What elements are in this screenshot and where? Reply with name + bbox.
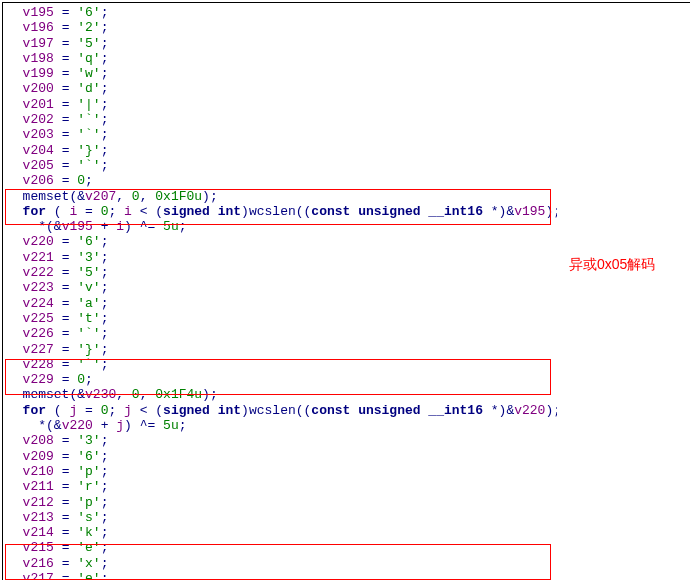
token-op: ; — [101, 540, 109, 555]
token-op: = — [54, 173, 77, 188]
token-op: = — [54, 250, 77, 265]
token-str: '5' — [77, 265, 100, 280]
token-str: 'v' — [77, 280, 100, 295]
token-op: ; — [101, 296, 109, 311]
code-lines: v195 = '6'; v196 = '2'; v197 = '5'; v198… — [7, 5, 553, 580]
token-op: , — [140, 189, 156, 204]
token-op: ) ^= — [124, 219, 163, 234]
code-line: v220 = '6'; — [7, 234, 553, 249]
token-op: ; — [101, 5, 109, 20]
token-op: ); ++ — [545, 204, 557, 219]
token-str: 'e' — [77, 571, 100, 580]
token-var: j — [116, 418, 124, 433]
token-op: *)& — [483, 204, 514, 219]
code-line: v198 = 'q'; — [7, 51, 553, 66]
code-line: v213 = 's'; — [7, 510, 553, 525]
token-var: v209 — [23, 449, 54, 464]
code-line: v217 = 'e'; — [7, 571, 553, 580]
code-line: for ( i = 0; i < (signed int)wcslen((con… — [7, 204, 553, 219]
token-op: = — [54, 143, 77, 158]
token-var: v206 — [23, 173, 54, 188]
token-op: = — [54, 81, 77, 96]
token-op: ; — [101, 112, 109, 127]
token-var: v220 — [514, 403, 545, 418]
code-line: *(&v195 + i) ^= 5u; — [7, 219, 553, 234]
token-var: v229 — [23, 372, 54, 387]
token-var: j — [124, 403, 132, 418]
token-var: v211 — [23, 479, 54, 494]
token-op: ; — [101, 97, 109, 112]
token-var: v226 — [23, 326, 54, 341]
token-str: '`' — [77, 127, 100, 142]
token-op: ; — [101, 510, 109, 525]
token-str: 't' — [77, 311, 100, 326]
token-var: v208 — [23, 433, 54, 448]
token-str: 'r' — [77, 479, 100, 494]
token-var: v207 — [85, 189, 116, 204]
token-str: '5' — [77, 36, 100, 51]
token-num: 0 — [77, 173, 85, 188]
token-str: '}' — [77, 342, 100, 357]
token-op: ; — [101, 464, 109, 479]
code-line: v200 = 'd'; — [7, 81, 553, 96]
token-var: v210 — [23, 464, 54, 479]
token-str: '3' — [77, 433, 100, 448]
token-str: '`' — [77, 357, 100, 372]
token-op: ; — [101, 571, 109, 580]
token-op: = — [54, 433, 77, 448]
code-line: v204 = '}'; — [7, 143, 553, 158]
code-line: v216 = 'x'; — [7, 556, 553, 571]
token-op: ); — [202, 387, 218, 402]
code-line: v221 = '3'; — [7, 250, 553, 265]
token-var: v215 — [23, 540, 54, 555]
token-op: = — [54, 510, 77, 525]
token-op: ; — [101, 265, 109, 280]
token-op: ) ^= — [124, 418, 163, 433]
token-str: 'q' — [77, 51, 100, 66]
token-str: '}' — [77, 143, 100, 158]
token-str: '6' — [77, 5, 100, 20]
code-line: v229 = 0; — [7, 372, 553, 387]
token-op: ( — [46, 204, 69, 219]
token-op: = — [54, 372, 77, 387]
token-str: 'p' — [77, 495, 100, 510]
token-op: ; — [101, 143, 109, 158]
token-op: (& — [69, 189, 85, 204]
annotation-panel: 异或0x05解码 — [557, 3, 690, 580]
token-op: = — [54, 234, 77, 249]
token-op: , — [116, 387, 132, 402]
code-line: v203 = '`'; — [7, 127, 553, 142]
token-op: = — [77, 204, 100, 219]
token-str: 'p' — [77, 464, 100, 479]
token-var: v227 — [23, 342, 54, 357]
code-line: v208 = '3'; — [7, 433, 553, 448]
token-op: ; — [101, 479, 109, 494]
token-var: v204 — [23, 143, 54, 158]
token-var: v195 — [62, 219, 93, 234]
token-op: = — [54, 464, 77, 479]
token-num: 0x1F0u — [155, 189, 202, 204]
code-line: memset(&v230, 0, 0x1F4u); — [7, 387, 553, 402]
token-op: = — [54, 296, 77, 311]
code-line: v205 = '`'; — [7, 158, 553, 173]
token-var: v214 — [23, 525, 54, 540]
token-num: 5u — [163, 219, 179, 234]
token-op: ; — [179, 219, 187, 234]
token-op: ; — [101, 250, 109, 265]
token-var: v195 — [514, 204, 545, 219]
token-str: '`' — [77, 112, 100, 127]
code-line: memset(&v207, 0, 0x1F0u); — [7, 189, 553, 204]
token-op: < ( — [132, 204, 163, 219]
token-op: = — [54, 571, 77, 580]
token-fn: wcslen — [249, 204, 296, 219]
token-var: v216 — [23, 556, 54, 571]
token-num: 0 — [132, 387, 140, 402]
token-op: ( — [46, 403, 69, 418]
token-op: ; — [101, 280, 109, 295]
token-op: = — [54, 357, 77, 372]
token-op: , — [116, 189, 132, 204]
token-fn: memset — [23, 387, 70, 402]
token-op: ; — [101, 127, 109, 142]
token-kw: signed int — [163, 204, 241, 219]
code-line: v223 = 'v'; — [7, 280, 553, 295]
